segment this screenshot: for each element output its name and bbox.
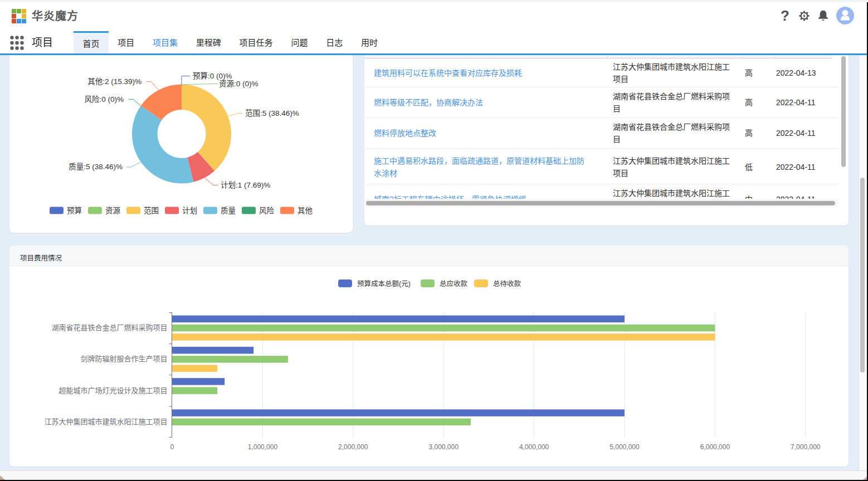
svg-text:1,000,000: 1,000,000 <box>248 443 278 451</box>
svg-text:质量: 质量 <box>221 206 236 214</box>
svg-text:范围: 范围 <box>144 206 159 214</box>
svg-text:资源: 资源 <box>105 206 120 214</box>
svg-text:资源:0 (0)%: 资源:0 (0)% <box>219 80 259 88</box>
svg-text:计划:1 (7.69)%: 计划:1 (7.69)% <box>221 181 270 189</box>
svg-text:预算成本总额(元): 预算成本总额(元) <box>357 279 411 288</box>
svg-text:总应收款: 总应收款 <box>440 279 468 288</box>
svg-text:风险: 风险 <box>259 206 274 214</box>
svg-text:江苏大仲集团城市建筑水阳江施工项目: 江苏大仲集团城市建筑水阳江施工项目 <box>44 418 167 426</box>
svg-text:6,000,000: 6,000,000 <box>700 443 730 451</box>
svg-text:0: 0 <box>170 443 174 451</box>
svg-text:预算: 预算 <box>67 206 82 214</box>
svg-text:范围:5 (38.46)%: 范围:5 (38.46)% <box>245 109 299 117</box>
svg-text:2,000,000: 2,000,000 <box>338 443 368 451</box>
svg-text:5,000,000: 5,000,000 <box>609 443 640 451</box>
svg-text:3,000,000: 3,000,000 <box>429 443 459 451</box>
svg-text:计划: 计划 <box>182 206 197 214</box>
svg-text:湖南省花县铁合金总厂燃料采购项目: 湖南省花县铁合金总厂燃料采购项目 <box>51 323 167 332</box>
svg-text:预算:0 (0)%: 预算:0 (0)% <box>193 72 232 80</box>
svg-text:风险:0 (0)%: 风险:0 (0)% <box>84 95 124 104</box>
svg-text:总待收款: 总待收款 <box>493 280 521 288</box>
svg-text:超能城市广场灯光设计及施工项目: 超能城市广场灯光设计及施工项目 <box>58 386 167 395</box>
svg-text:剑牌防辐射服合作生产项目: 剑牌防辐射服合作生产项目 <box>80 355 167 363</box>
svg-text:质量:5 (38.46)%: 质量:5 (38.46)% <box>69 163 123 171</box>
svg-text:其他:2 (15.39)%: 其他:2 (15.39)% <box>87 77 142 86</box>
svg-text:其他: 其他 <box>298 206 313 214</box>
svg-text:4,000,000: 4,000,000 <box>519 443 549 451</box>
svg-text:7,000,000: 7,000,000 <box>791 443 821 451</box>
